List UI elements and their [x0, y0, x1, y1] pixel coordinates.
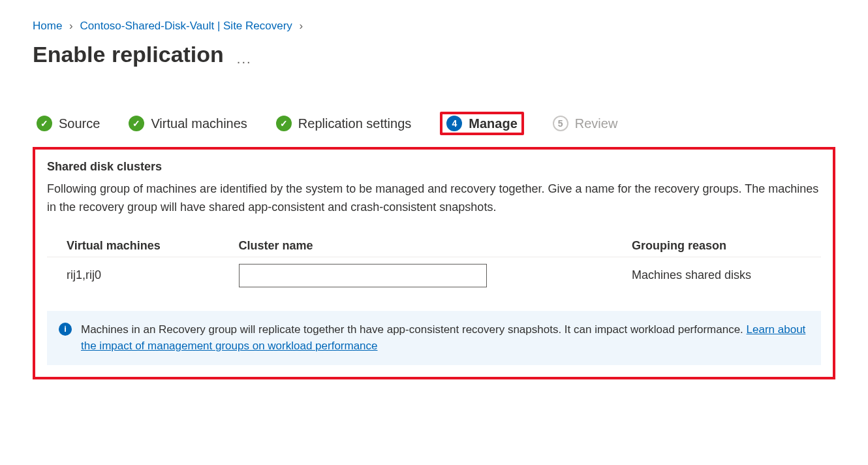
- cell-grouping-reason: Machines shared disks: [612, 257, 821, 294]
- info-banner: i Machines in an Recovery group will rep…: [47, 311, 821, 365]
- cluster-name-input[interactable]: [239, 264, 487, 287]
- manage-panel: Shared disk clusters Following group of …: [33, 147, 835, 379]
- check-icon: [129, 116, 144, 131]
- breadcrumb-home[interactable]: Home: [33, 20, 62, 32]
- cell-cluster-name: [219, 257, 612, 294]
- info-icon: i: [59, 323, 72, 336]
- check-icon: [276, 116, 292, 131]
- col-cluster-name: Cluster name: [219, 235, 612, 257]
- tab-label: Replication settings: [298, 116, 411, 131]
- tab-source[interactable]: Source: [37, 116, 100, 131]
- step-number-icon: 5: [553, 116, 568, 131]
- chevron-right-icon: ›: [69, 20, 73, 32]
- col-grouping-reason: Grouping reason: [612, 235, 821, 257]
- col-virtual-machines: Virtual machines: [47, 235, 219, 257]
- info-text: Machines in an Recovery group will repli…: [81, 321, 809, 355]
- cluster-table: Virtual machines Cluster name Grouping r…: [47, 235, 821, 294]
- check-icon: [37, 116, 52, 131]
- table-header-row: Virtual machines Cluster name Grouping r…: [47, 235, 821, 257]
- page-title: Enable replication: [33, 42, 224, 67]
- cell-virtual-machines: rij1,rij0: [47, 257, 219, 294]
- step-number-icon: 4: [446, 116, 462, 131]
- tab-manage[interactable]: 4 Manage: [440, 112, 523, 135]
- tab-label: Source: [59, 116, 100, 131]
- info-message: Machines in an Recovery group will repli…: [81, 323, 747, 336]
- tab-label: Manage: [469, 116, 517, 131]
- tab-label: Review: [575, 116, 618, 131]
- breadcrumb-vault[interactable]: Contoso-Shared-Disk-Vault | Site Recover…: [80, 20, 292, 32]
- section-description: Following group of machines are identifi…: [47, 180, 821, 217]
- breadcrumb: Home › Contoso-Shared-Disk-Vault | Site …: [33, 20, 835, 33]
- more-actions-button[interactable]: ···: [237, 54, 252, 69]
- tab-label: Virtual machines: [151, 116, 247, 131]
- wizard-tabs: Source Virtual machines Replication sett…: [33, 112, 835, 135]
- tab-review[interactable]: 5 Review: [553, 116, 618, 131]
- tab-virtual-machines[interactable]: Virtual machines: [129, 116, 247, 131]
- tab-replication-settings[interactable]: Replication settings: [276, 116, 411, 131]
- table-row: rij1,rij0 Machines shared disks: [47, 257, 821, 294]
- section-heading: Shared disk clusters: [47, 160, 821, 174]
- chevron-right-icon: ›: [300, 20, 303, 32]
